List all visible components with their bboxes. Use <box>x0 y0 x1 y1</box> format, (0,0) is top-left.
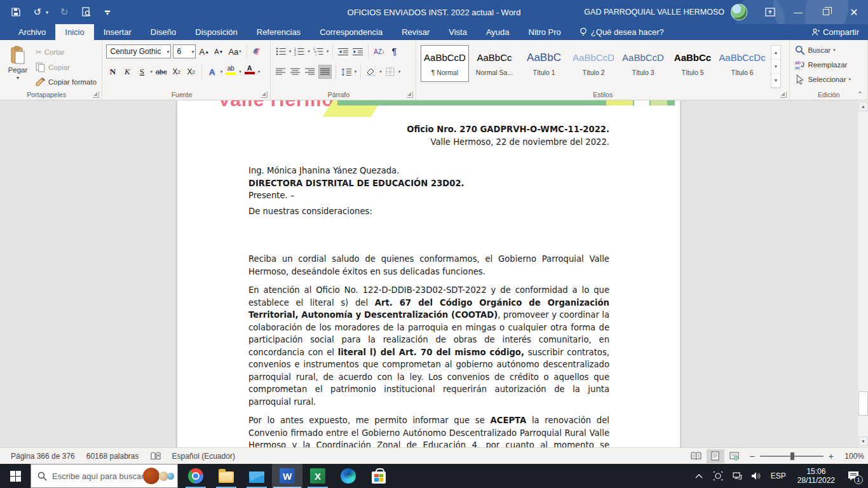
avatar[interactable] <box>731 4 747 20</box>
zoom-in-icon[interactable]: + <box>829 451 834 461</box>
tab-correspondencia[interactable]: Correspondencia <box>310 24 392 40</box>
search-decoration-image[interactable] <box>140 466 175 485</box>
undo-icon[interactable]: ↺ <box>32 6 43 18</box>
style-t-tulo-3[interactable]: AaBbCcDTítulo 3 <box>619 45 667 82</box>
tab-revisar[interactable]: Revisar <box>392 24 439 40</box>
decrease-indent-icon[interactable] <box>337 44 349 58</box>
strikethrough-button[interactable]: abc <box>154 65 168 79</box>
grow-font-button[interactable]: A▲ <box>198 44 210 58</box>
read-mode-icon[interactable] <box>688 449 705 463</box>
save-icon[interactable] <box>10 6 22 18</box>
tab-archivo[interactable]: Archivo <box>9 24 55 40</box>
style-t-tulo-1[interactable]: AaBbCTítulo 1 <box>520 45 568 82</box>
format-painter-button[interactable]: Copiar formato <box>34 76 98 88</box>
styles-scroll-down-icon[interactable]: ▼ <box>771 60 780 74</box>
scroll-up-icon[interactable]: ▲ <box>858 102 868 111</box>
tab-ayuda[interactable]: Ayuda <box>477 24 519 40</box>
minimize-button[interactable]: — <box>784 0 812 24</box>
select-dropdown-icon[interactable]: ▾ <box>849 77 851 82</box>
font-name-combo[interactable]: Century Gothic ▾ <box>106 44 171 58</box>
style-normal-sa-[interactable]: AaBbCcNormal Sa... <box>470 45 519 82</box>
scrollbar-thumb[interactable] <box>858 391 868 416</box>
clear-formatting-icon[interactable]: A <box>251 44 264 58</box>
page-count[interactable]: Página 366 de 376 <box>5 452 81 461</box>
account-name[interactable]: GAD PARROQUIAL VALLE HERMOSO <box>584 8 724 17</box>
bullets-icon[interactable] <box>275 44 287 58</box>
zoom-out-icon[interactable]: − <box>750 451 755 461</box>
paste-dropdown-icon[interactable]: ▾ <box>17 75 19 81</box>
language-indicator[interactable]: ESP <box>767 471 790 480</box>
zoom-percentage[interactable]: 100% <box>840 452 864 461</box>
web-layout-icon[interactable] <box>726 449 743 463</box>
borders-dropdown-icon[interactable]: ▾ <box>398 69 401 74</box>
font-dialog-launcher[interactable] <box>261 92 268 98</box>
multilevel-dropdown-icon[interactable]: ▾ <box>327 49 329 54</box>
taskbar-edge-button[interactable] <box>333 464 363 488</box>
underline-button[interactable]: S <box>135 65 148 79</box>
share-button[interactable]: Compartir <box>811 24 859 40</box>
document-area[interactable]: Valle Hermoso Oficio Nro. 270 GADPRVH-O-… <box>0 100 868 447</box>
italic-button[interactable]: K <box>121 65 133 79</box>
styles-more-icon[interactable]: ▼ <box>771 74 780 88</box>
style-t-tulo-5[interactable]: AaBbCcTítulo 5 <box>668 45 717 82</box>
proofing-icon[interactable] <box>145 452 166 461</box>
highlight-button[interactable]: ab <box>224 65 237 79</box>
tab-inicio[interactable]: Inicio <box>55 24 93 40</box>
style-t-tulo-6[interactable]: AaBbCcDcTítulo 6 <box>718 45 766 82</box>
style-t-tulo-2[interactable]: AaBbCcDTítulo 2 <box>569 45 618 82</box>
collapse-ribbon-icon[interactable]: ⌃ <box>857 90 863 98</box>
tab-disposici-n[interactable]: Disposición <box>186 24 247 40</box>
word-count[interactable]: 60168 palabras <box>81 452 145 461</box>
find-button[interactable]: Buscar ▾ <box>794 44 865 57</box>
line-spacing-icon[interactable] <box>340 65 353 79</box>
language-status[interactable]: Español (Ecuador) <box>166 452 241 461</box>
select-button[interactable]: Seleccionar ▾ <box>794 73 865 86</box>
font-size-combo[interactable]: 6 ▾ <box>173 44 196 58</box>
sort-icon[interactable]: AZ↓ <box>372 44 386 58</box>
bullets-dropdown-icon[interactable]: ▾ <box>289 49 292 54</box>
borders-icon[interactable] <box>384 65 397 79</box>
tab-referencias[interactable]: Referencias <box>247 24 310 40</box>
numbering-dropdown-icon[interactable]: ▾ <box>308 49 310 54</box>
line-spacing-dropdown-icon[interactable]: ▾ <box>355 69 357 74</box>
tab-nitro-pro[interactable]: Nitro Pro <box>519 24 571 40</box>
print-preview-icon[interactable] <box>80 6 92 18</box>
superscript-button[interactable]: X2 <box>185 65 198 79</box>
tell-me-box[interactable]: ¿Qué desea hacer? <box>571 24 673 40</box>
align-center-icon[interactable] <box>289 65 302 79</box>
notification-center-button[interactable]: 1 <box>843 464 864 488</box>
underline-dropdown-icon[interactable]: ▾ <box>150 69 153 74</box>
align-left-icon[interactable] <box>275 65 287 79</box>
customize-qat-icon[interactable]: ▬▾ <box>102 6 113 18</box>
font-color-button[interactable]: A <box>243 65 256 79</box>
close-button[interactable]: ✕ <box>840 0 868 24</box>
taskbar-word-button[interactable]: W <box>272 464 302 488</box>
zoom-slider-thumb[interactable] <box>790 452 794 460</box>
taskbar-excel-button[interactable]: X <box>302 464 333 488</box>
shading-icon[interactable] <box>365 65 377 79</box>
tray-expand-icon[interactable] <box>691 464 707 488</box>
subscript-button[interactable]: X2 <box>170 65 183 79</box>
style--normal[interactable]: AaBbCcD¶ Normal <box>421 45 469 82</box>
network-icon[interactable] <box>729 464 745 488</box>
taskbar-mail-button[interactable] <box>241 464 272 488</box>
undo-dropdown-icon[interactable]: ▾ <box>46 10 48 15</box>
shrink-font-button[interactable]: A▼ <box>212 44 225 58</box>
restore-button[interactable] <box>812 0 840 24</box>
show-formatting-marks-icon[interactable]: ¶ <box>388 44 401 58</box>
taskbar-explorer-button[interactable] <box>211 464 241 488</box>
justify-icon[interactable] <box>318 65 332 79</box>
meet-now-icon[interactable] <box>710 464 726 488</box>
font-name-dropdown-icon[interactable]: ▾ <box>165 49 169 55</box>
bold-button[interactable]: N <box>106 65 119 79</box>
scroll-down-icon[interactable]: ▼ <box>858 437 868 446</box>
clock[interactable]: 15:06 28/11/2022 <box>792 467 840 485</box>
taskbar-store-button[interactable] <box>363 464 394 488</box>
tab-insertar[interactable]: Insertar <box>94 24 141 40</box>
document-page[interactable]: Valle Hermoso Oficio Nro. 270 GADPRVH-O-… <box>177 100 680 447</box>
ribbon-display-options-icon[interactable] <box>756 0 784 24</box>
paste-button[interactable]: Pegar ▾ <box>4 43 32 88</box>
find-dropdown-icon[interactable]: ▾ <box>833 48 836 53</box>
shading-dropdown-icon[interactable]: ▾ <box>379 69 382 74</box>
highlight-dropdown-icon[interactable]: ▾ <box>239 69 241 74</box>
